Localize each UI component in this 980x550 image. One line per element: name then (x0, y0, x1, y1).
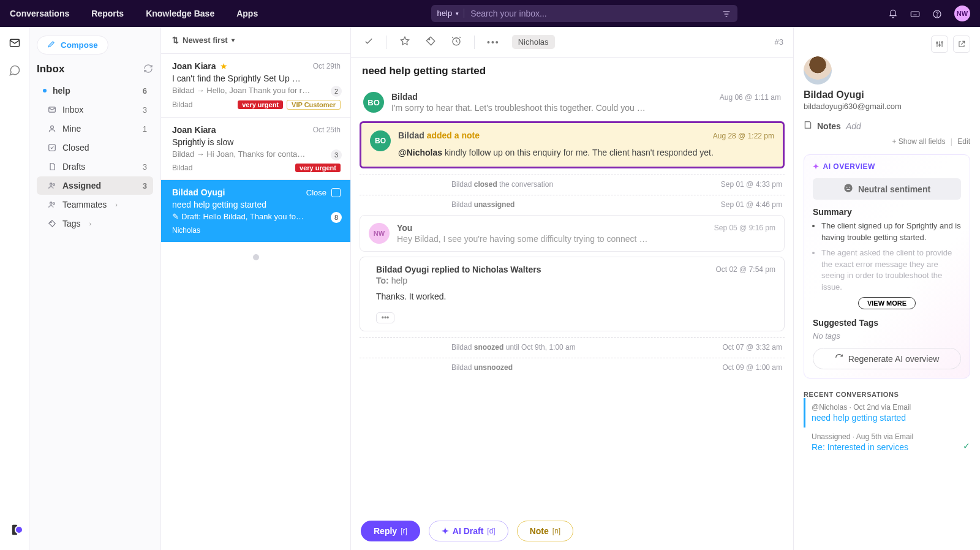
expand-quoted-icon[interactable]: ••• (376, 312, 394, 323)
folder-mine[interactable]: Mine 1 (37, 119, 153, 138)
mailbox-help[interactable]: help 6 (37, 81, 153, 100)
message-timestamp: Sep 05 @ 9:16 pm (714, 224, 775, 232)
chevron-down-icon: ▾ (456, 10, 459, 17)
checkmark-icon[interactable] (361, 33, 377, 51)
search-box: help ▾ (431, 5, 737, 21)
star-icon: ★ (220, 61, 228, 71)
people-icon (48, 200, 56, 209)
chat-icon[interactable] (9, 64, 21, 78)
recent-meta: @Nicholas · Oct 2nd via Email (812, 403, 969, 412)
conv-subject: need help getting started (172, 200, 341, 209)
conversation-item[interactable]: Joan Kiara★ Oct 29th I can't find the Sp… (161, 53, 350, 117)
more-icon[interactable]: ••• (484, 35, 502, 50)
tag-icon[interactable] (423, 33, 439, 51)
recent-conversation[interactable]: Unassigned · Aug 5th via Email Re: Inter… (804, 428, 970, 457)
show-all-fields-link[interactable]: + Show all fields (892, 137, 945, 146)
sort-dropdown[interactable]: ⇅ Newest first ▾ (161, 27, 350, 53)
phone-icon[interactable] (9, 528, 21, 538)
svg-point-21 (429, 39, 430, 40)
conversation-thread: ••• Nicholas #3 need help getting starte… (351, 27, 793, 550)
compose-button[interactable]: Compose (37, 36, 108, 55)
note-timestamp: Aug 28 @ 1:22 pm (713, 132, 774, 140)
nav-reports[interactable]: Reports (91, 9, 124, 18)
svg-rect-15 (49, 145, 56, 151)
bell-icon[interactable] (888, 8, 898, 19)
user-avatar[interactable]: NW (954, 6, 970, 21)
filter-icon[interactable] (722, 8, 731, 18)
search-input[interactable] (464, 9, 716, 18)
summary-heading: Summary (804, 207, 970, 217)
conv-date: Oct 29th (313, 62, 341, 70)
chevron-right-icon: › (89, 220, 92, 227)
ai-draft-button[interactable]: ✦AI Draft [d] (429, 521, 508, 541)
top-navigation: Conversations Reports Knowledge Base App… (0, 0, 980, 27)
event-timestamp: Oct 09 @ 1:00 am (722, 363, 782, 372)
help-icon[interactable] (932, 8, 942, 19)
edit-link[interactable]: Edit (957, 137, 970, 146)
conv-preview: ✎Draft: Hello Bildad, Thank you fo… (172, 212, 341, 221)
folder-closed[interactable]: Closed (37, 138, 153, 157)
settings-icon[interactable] (931, 36, 948, 53)
customer-email: bildadoyugi630@gmail.com (804, 102, 970, 111)
compose-label: Compose (61, 40, 98, 50)
popout-icon[interactable] (953, 36, 970, 53)
folder-drafts[interactable]: Drafts 3 (37, 157, 153, 176)
regenerate-button[interactable]: Regenerate AI overview (813, 348, 961, 369)
nav-apps[interactable]: Apps (236, 9, 258, 18)
mail-icon[interactable] (9, 37, 21, 51)
thread-number: #3 (775, 37, 783, 47)
inbox-icon (48, 105, 56, 114)
nav-conversations[interactable]: Conversations (10, 9, 69, 18)
sparkle-icon: ✦ (442, 526, 449, 536)
folder-count: 3 (143, 105, 147, 115)
folder-tags[interactable]: Tags› (37, 214, 153, 233)
recent-title: Re: Interested in services (812, 442, 969, 452)
folder-count: 3 (143, 162, 147, 171)
conversation-item-selected[interactable]: Bildad Oyugi Close need help getting sta… (161, 179, 350, 242)
view-more-button[interactable]: VIEW MORE (858, 297, 916, 309)
document-icon (48, 162, 56, 171)
avatar: BO (370, 130, 391, 151)
message-count-badge: 3 (331, 149, 342, 160)
refresh-icon[interactable] (143, 64, 153, 75)
recent-conversation[interactable]: @Nicholas · Oct 2nd via Email need help … (804, 398, 970, 428)
nav-knowledge-base[interactable]: Knowledge Base (146, 9, 214, 18)
star-icon[interactable] (397, 33, 413, 51)
assignee-chip[interactable]: Nicholas (512, 35, 555, 49)
divider (474, 36, 475, 49)
folder-sidebar: Compose Inbox help 6 Inbox 3 Mine 1 Clos… (29, 27, 161, 550)
message-from: Bildad (391, 92, 418, 102)
close-label[interactable]: Close (306, 188, 326, 197)
svg-point-17 (53, 184, 55, 186)
notes-add-link[interactable]: Add (846, 121, 861, 131)
sentiment-label: Neutral sentiment (858, 184, 930, 194)
keyboard-icon[interactable] (910, 8, 920, 19)
note-button[interactable]: Note [n] (517, 521, 573, 541)
message-timestamp: Oct 02 @ 7:54 pm (715, 265, 775, 274)
message-card[interactable]: NW YouSep 05 @ 9:16 pm Hey Bildad, I see… (360, 215, 785, 252)
svg-rect-12 (12, 525, 17, 535)
conv-subject: Sprightly is slow (172, 137, 341, 147)
ai-overview-card: ✦AI OVERVIEW Neutral sentiment Summary T… (804, 154, 970, 379)
conv-preview: Bildad → Hello, Joan Thank you for r… (172, 86, 341, 95)
folder-teammates[interactable]: Teammates› (37, 195, 153, 214)
mention[interactable]: @Nicholas (398, 148, 442, 157)
tag-pill: very urgent (238, 100, 283, 109)
select-checkbox[interactable] (331, 188, 341, 197)
message-collapsed[interactable]: BO BildadAug 06 @ 1:11 am I'm sorry to h… (360, 86, 785, 119)
customer-photo (804, 56, 832, 85)
mailbox-count: 6 (143, 86, 147, 96)
folder-inbox[interactable]: Inbox 3 (37, 100, 153, 119)
reply-button[interactable]: Reply [r] (361, 521, 420, 541)
folder-assigned[interactable]: Assigned 3 (37, 176, 153, 195)
reply-bar: Reply [r] ✦AI Draft [d] Note [n] (351, 516, 793, 550)
folder-label: Assigned (62, 181, 101, 190)
conversation-item[interactable]: Joan Kiara Oct 25th Sprightly is slow Bi… (161, 117, 350, 179)
conv-subject: I can't find the Sprightly Set Up … (172, 73, 341, 83)
search-scope-dropdown[interactable]: help ▾ (437, 9, 465, 18)
svg-point-16 (50, 183, 53, 186)
conv-name: Joan Kiara (172, 61, 216, 71)
folder-label: Inbox (62, 105, 83, 115)
snooze-icon[interactable] (448, 33, 464, 51)
chevron-right-icon: › (115, 201, 118, 208)
